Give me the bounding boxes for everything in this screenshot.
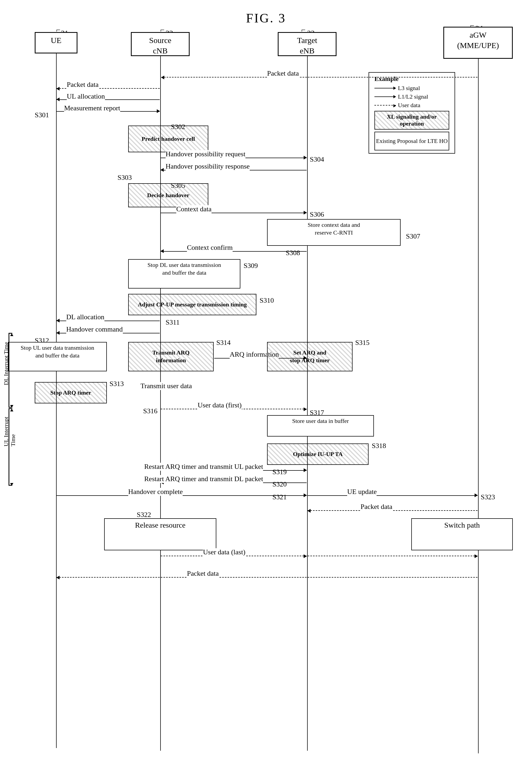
dl-interrupt-arrow-bottom	[10, 405, 13, 408]
legend-l3: L3 signal	[374, 85, 449, 92]
label-dl-alloc: DL allocation	[66, 313, 104, 321]
label-s306: S306	[310, 211, 324, 219]
ul-interrupt-arrow-top	[10, 409, 13, 411]
label-s323: S323	[481, 493, 495, 501]
legend-title: Example	[374, 75, 449, 83]
label-s313: S313	[109, 380, 124, 388]
label-ul-alloc: UL allocation	[67, 92, 105, 100]
label-user-data-first: User data (first)	[198, 401, 242, 409]
label-s321: S321	[272, 493, 287, 501]
vline-target	[307, 56, 308, 751]
label-packet-data-ue: Packet data	[67, 81, 99, 89]
label-s316: S316	[143, 407, 157, 415]
label-s320: S320	[272, 480, 287, 488]
label-s318: S318	[372, 442, 386, 450]
legend-l1l2: L1/L2 signal	[374, 93, 449, 100]
predict-handover-box: Predict handover cell	[128, 126, 208, 152]
store-user-data-box: Store user data in buffer	[267, 415, 374, 437]
label-user-data-last: User data (last)	[203, 548, 245, 556]
packet-data-bottom-arrow	[57, 577, 478, 578]
packet-data-arrow-1	[161, 77, 478, 77]
label-restart-arq-dl: Restart ARQ timer and transmit DL packet	[144, 475, 263, 483]
label-s303: S303	[118, 174, 132, 182]
entity-target-enb: TargeteNB	[278, 32, 337, 56]
entity-source-enb: SourcecNB	[131, 32, 190, 56]
diagram-page: FIG. 3 31 ⌐ 32 ⌐ 33 ⌐ 34 ⌐ UE SourcecNB …	[0, 0, 532, 771]
set-arq-box: Set ARQ andstop ARQ timer	[267, 342, 353, 371]
label-ho-complete: Handover complete	[128, 488, 183, 496]
label-context-confirm: Context confirm	[187, 244, 233, 252]
label-packet-data-mid: Packet data	[361, 503, 392, 511]
context-confirm-arrow	[161, 251, 307, 252]
label-s319: S319	[272, 468, 287, 476]
transmit-arq-box: Transmit ARQinformation	[128, 342, 214, 371]
label-context-data: Context data	[176, 205, 212, 213]
label-measurement-report: Measurement report	[64, 104, 120, 112]
optimize-box: Optimize IU-UP TA	[267, 443, 369, 465]
legend-existing-box: Existing Proposal for LTE HO	[374, 132, 449, 150]
label-ue-update: UE update	[347, 488, 377, 496]
legend-xl-box: XL signaling and/or operation	[374, 111, 449, 130]
entity-agw: aGW(MME/UPE)	[443, 27, 513, 59]
stop-ul-box: Stop UL user data transmissionand buffer…	[8, 342, 107, 371]
label-s310: S310	[260, 297, 274, 305]
stop-arq-timer-box: Stop ARQ timer	[35, 382, 107, 403]
label-s309: S309	[244, 262, 258, 270]
label-packet-data-top: Packet data	[267, 69, 299, 77]
label-s314: S314	[216, 339, 230, 347]
label-s304: S304	[310, 155, 324, 163]
label-packet-data-bottom: Packet data	[187, 570, 219, 578]
label-ho-poss-req: Handover possibility request	[166, 150, 245, 158]
label-ul-interrupt: UL InterruptTime	[3, 417, 17, 446]
label-ho-poss-resp: Handover possibility response	[166, 162, 250, 170]
ue-update-arrow	[308, 495, 478, 496]
label-s322: S322	[137, 511, 151, 519]
label-s307: S307	[406, 232, 420, 240]
switch-path-box: Switch path	[411, 518, 513, 550]
label-transmit-user-data: Transmit user data	[140, 382, 192, 390]
dl-interrupt-arrow-top	[10, 333, 13, 336]
store-context-box: Store context data andreserve C-RNTI	[267, 219, 401, 246]
packet-data-mid-arrow	[308, 510, 478, 511]
legend-userdata: User data	[374, 102, 449, 109]
label-s301: S301	[35, 111, 49, 119]
figure-title: FIG. 3	[246, 11, 286, 25]
stop-dl-box: Stop DL user data transmissionand buffer…	[128, 259, 240, 289]
label-dl-interrupt: DL Interrupt Time	[3, 342, 10, 385]
release-resource-box: Release resource	[104, 518, 216, 550]
label-s308: S308	[286, 249, 300, 257]
ul-interrupt-arrow-bottom	[10, 483, 13, 486]
label-s315: S315	[355, 339, 369, 347]
adjust-cp-box: Adjust CP-UP message transmission timing	[128, 294, 256, 315]
label-ho-command: Handover command	[66, 325, 123, 333]
label-s311: S311	[166, 318, 180, 326]
user-data-last-arrow	[308, 556, 478, 556]
entity-ue: UE	[35, 32, 77, 53]
label-restart-arq-ul: Restart ARQ timer and transmit UL packet	[144, 463, 263, 471]
vline-source	[160, 56, 161, 751]
legend-box: Example L3 signal L1/L2 signal User data…	[369, 72, 455, 154]
decide-handover-box: Decide handover	[128, 183, 208, 207]
vline-agw	[478, 59, 479, 753]
